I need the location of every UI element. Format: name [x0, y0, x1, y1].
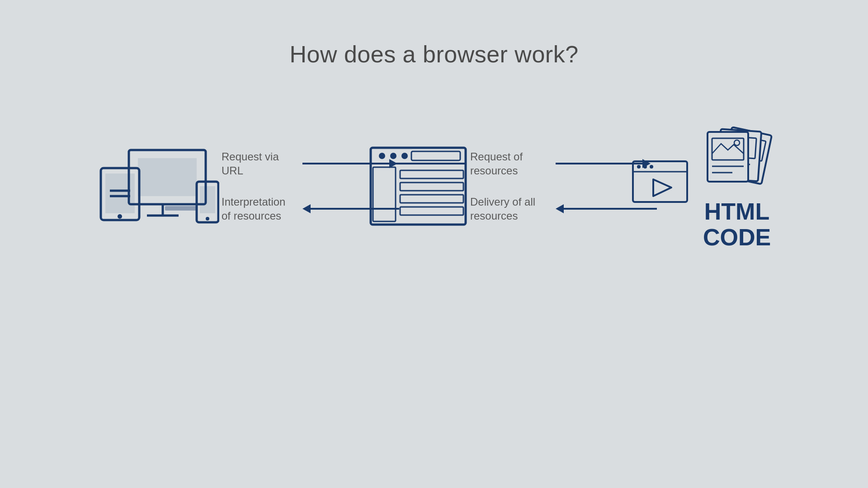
svg-point-15: [379, 153, 385, 159]
svg-rect-21: [400, 183, 463, 191]
request-url-label: Request via URL: [222, 150, 296, 178]
svg-rect-22: [400, 195, 463, 203]
html-code-icon: [698, 122, 775, 194]
html-code-group: HTML CODE: [698, 122, 775, 250]
svg-point-28: [650, 165, 653, 169]
html-label: HTML CODE: [703, 199, 771, 250]
svg-point-6: [118, 214, 122, 219]
svg-rect-23: [400, 207, 463, 215]
svg-point-27: [643, 165, 647, 169]
svg-point-16: [390, 153, 396, 159]
svg-point-26: [637, 165, 641, 169]
svg-rect-38: [708, 132, 748, 182]
svg-rect-20: [400, 170, 463, 178]
svg-rect-10: [165, 206, 197, 211]
arrow-block-1: Request via URL Interpretation of resour…: [222, 150, 366, 223]
svg-marker-29: [653, 179, 671, 196]
svg-rect-1: [138, 158, 197, 196]
svg-point-17: [401, 153, 408, 159]
diagram: Request via URL Interpretation of resour…: [0, 122, 868, 250]
delivery-label: Delivery of all resources: [470, 195, 549, 223]
arrow-block-2: Request of resources Delivery of all res…: [470, 150, 624, 223]
request-resources-row: Request of resources: [470, 150, 624, 178]
svg-rect-18: [411, 151, 460, 160]
interpretation-row: Interpretation of resources: [222, 195, 366, 223]
svg-point-9: [206, 217, 209, 221]
delivery-row: Delivery of all resources: [470, 195, 624, 223]
svg-rect-13: [371, 148, 466, 225]
svg-rect-19: [373, 167, 396, 221]
svg-rect-8: [200, 186, 215, 213]
devices-icon: [93, 136, 219, 236]
interpretation-label: Interpretation of resources: [222, 195, 296, 223]
video-server-icon: [631, 159, 689, 213]
page-title: How does a browser work?: [0, 0, 868, 68]
svg-rect-5: [105, 174, 135, 213]
request-resources-label: Request of resources: [470, 150, 549, 178]
request-url-row: Request via URL: [222, 150, 366, 178]
browser-window-icon: [368, 145, 468, 227]
